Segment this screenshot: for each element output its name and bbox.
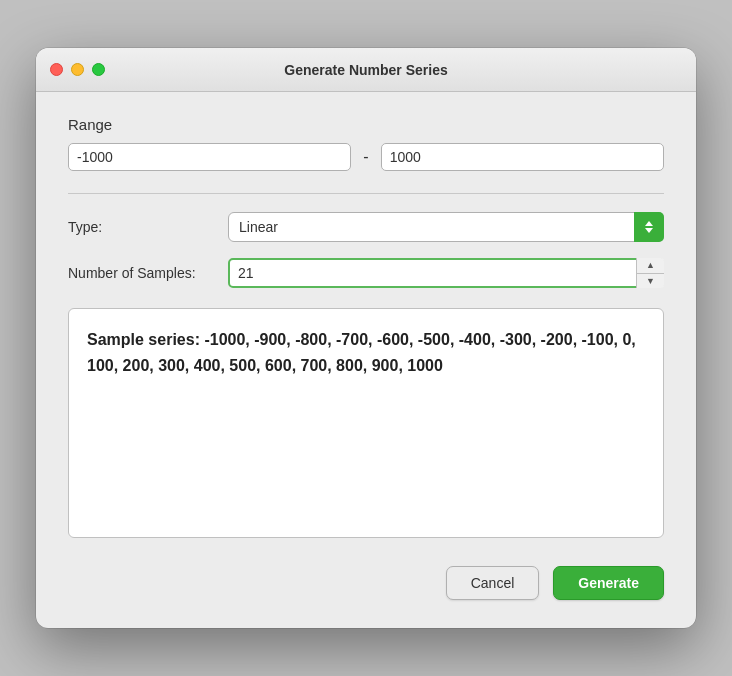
samples-input-wrapper: ▲ ▼ — [228, 258, 664, 288]
range-label: Range — [68, 116, 664, 133]
range-from-input[interactable] — [68, 143, 351, 171]
minimize-button[interactable] — [71, 63, 84, 76]
type-row: Type: Linear Logarithmic Exponential — [68, 212, 664, 242]
range-separator: - — [363, 148, 368, 166]
type-select-wrapper: Linear Logarithmic Exponential — [228, 212, 664, 242]
generate-number-series-dialog: Generate Number Series Range - Type: Lin… — [36, 48, 696, 628]
stepper-up-button[interactable]: ▲ — [637, 258, 664, 274]
stepper-down-button[interactable]: ▼ — [637, 274, 664, 289]
samples-input[interactable] — [228, 258, 664, 288]
generate-button[interactable]: Generate — [553, 566, 664, 600]
cancel-button[interactable]: Cancel — [446, 566, 540, 600]
dialog-content: Range - Type: Linear Logarithmic Exponen… — [36, 92, 696, 628]
range-row: - — [68, 143, 664, 171]
traffic-lights — [50, 63, 105, 76]
sample-series-box: Sample series: -1000, -900, -800, -700, … — [68, 308, 664, 538]
button-row: Cancel Generate — [68, 562, 664, 600]
window-title: Generate Number Series — [284, 62, 447, 78]
divider-1 — [68, 193, 664, 194]
samples-row: Number of Samples: ▲ ▼ — [68, 258, 664, 288]
type-select[interactable]: Linear Logarithmic Exponential — [228, 212, 664, 242]
range-to-input[interactable] — [381, 143, 664, 171]
samples-label: Number of Samples: — [68, 265, 228, 281]
sample-series-text: Sample series: -1000, -900, -800, -700, … — [87, 331, 636, 374]
samples-stepper: ▲ ▼ — [636, 258, 664, 288]
title-bar: Generate Number Series — [36, 48, 696, 92]
range-section: Range - — [68, 116, 664, 175]
type-label: Type: — [68, 219, 228, 235]
maximize-button[interactable] — [92, 63, 105, 76]
close-button[interactable] — [50, 63, 63, 76]
